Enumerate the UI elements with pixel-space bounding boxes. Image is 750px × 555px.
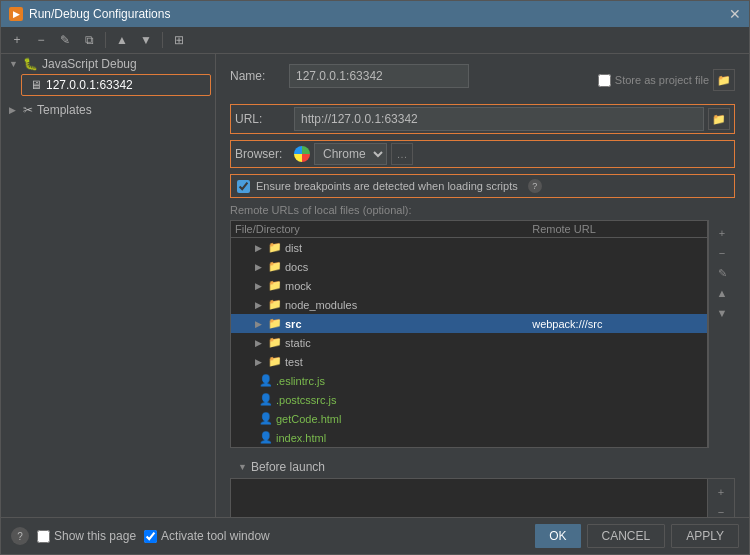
row-url: [528, 238, 707, 258]
sort-button[interactable]: ⊞: [169, 30, 189, 50]
templates-arrow: ▶: [9, 105, 19, 115]
row-name: .postcssrc.js: [276, 394, 337, 406]
file-table-container: File/Directory Remote URL ▶📁dist ▶📁docs: [230, 220, 735, 448]
copy-config-button[interactable]: ⧉: [79, 30, 99, 50]
right-panel: Name: Store as project file 📁 URL: 📁: [216, 54, 749, 517]
table-up-button[interactable]: ▲: [713, 284, 731, 302]
templates-icon: ✂: [23, 103, 33, 117]
edit-config-button[interactable]: ✎: [55, 30, 75, 50]
row-name: src: [285, 318, 302, 330]
table-row[interactable]: 👤getCode.html: [231, 409, 707, 428]
title-bar-left: ▶ Run/Debug Configurations: [9, 7, 170, 21]
name-row: Name:: [230, 64, 598, 88]
folder-icon: 📁: [268, 279, 282, 292]
table-row[interactable]: ▶📁node_modules: [231, 295, 707, 314]
file-table-wrapper: File/Directory Remote URL ▶📁dist ▶📁docs: [230, 220, 708, 448]
url-label: URL:: [235, 112, 290, 126]
breakpoints-label: Ensure breakpoints are detected when loa…: [256, 180, 518, 192]
close-button[interactable]: ✕: [729, 6, 741, 22]
file-icon: 👤: [259, 374, 273, 387]
col-url-header: Remote URL: [528, 221, 707, 238]
table-row-src[interactable]: ▶📁src webpack:///src: [231, 314, 707, 333]
folder-icon: 📁: [268, 355, 282, 368]
activate-row: Activate tool window: [144, 529, 270, 543]
table-row[interactable]: 👤.eslintrc.js: [231, 371, 707, 390]
config-item-127[interactable]: 🖥 127.0.0.1:63342: [21, 74, 211, 96]
before-launch-remove-button[interactable]: −: [712, 503, 730, 517]
main-content: ▼ 🐛 JavaScript Debug 🖥 127.0.0.1:63342 ▶…: [1, 54, 749, 517]
before-launch-empty-text: There are no tasks to run before launch: [231, 479, 707, 517]
cancel-button[interactable]: CANCEL: [587, 524, 666, 548]
ok-button[interactable]: OK: [535, 524, 580, 548]
browser-more-button[interactable]: …: [391, 143, 413, 165]
activate-checkbox[interactable]: [144, 530, 157, 543]
move-up-button[interactable]: ▲: [112, 30, 132, 50]
table-edit-button[interactable]: ✎: [713, 264, 731, 282]
table-row[interactable]: ▶📁docs: [231, 257, 707, 276]
breakpoints-checkbox[interactable]: [237, 180, 250, 193]
left-panel: ▼ 🐛 JavaScript Debug 🖥 127.0.0.1:63342 ▶…: [1, 54, 216, 517]
row-url: [528, 428, 707, 447]
row-url: [528, 390, 707, 409]
before-launch-section: ▼ Before launch There are no tasks to ru…: [230, 456, 735, 517]
help-button[interactable]: ?: [11, 527, 29, 545]
file-icon: 👤: [259, 393, 273, 406]
bottom-bar: ? Show this page Activate tool window OK…: [1, 517, 749, 554]
before-launch-add-button[interactable]: +: [712, 483, 730, 501]
before-launch-side-buttons: + − ✎ ▲ ▼: [707, 479, 734, 517]
section-label: JavaScript Debug: [42, 57, 137, 71]
store-folder-button[interactable]: 📁: [713, 69, 735, 91]
table-add-button[interactable]: +: [713, 224, 731, 242]
url-input[interactable]: [294, 107, 704, 131]
row-arrow: ▶: [255, 243, 265, 253]
row-url: [528, 295, 707, 314]
row-name: static: [285, 337, 311, 349]
before-launch-label: Before launch: [251, 460, 325, 474]
table-row[interactable]: 👤index.html: [231, 428, 707, 447]
section-js-debug[interactable]: ▼ 🐛 JavaScript Debug: [1, 54, 215, 74]
config-icon: 🖥: [30, 78, 42, 92]
table-row[interactable]: 👤.postcssrc.js: [231, 390, 707, 409]
browser-label: Browser:: [235, 147, 290, 161]
apply-button[interactable]: APPLY: [671, 524, 739, 548]
name-input[interactable]: [289, 64, 469, 88]
table-row[interactable]: ▶📁test: [231, 352, 707, 371]
remove-config-button[interactable]: −: [31, 30, 51, 50]
row-url: webpack:///src: [528, 314, 707, 333]
folder-icon: 📁: [268, 298, 282, 311]
run-debug-dialog: ▶ Run/Debug Configurations ✕ + − ✎ ⧉ ▲ ▼…: [0, 0, 750, 555]
folder-icon: 📁: [268, 336, 282, 349]
row-arrow: ▶: [255, 357, 265, 367]
show-page-row: Show this page: [37, 529, 136, 543]
row-name: getCode.html: [276, 413, 341, 425]
table-row[interactable]: ▶📁static: [231, 333, 707, 352]
browser-select[interactable]: Chrome Firefox Safari Edge: [314, 143, 387, 165]
remote-urls-label: Remote URLs of local files (optional):: [230, 204, 735, 216]
section-templates[interactable]: ▶ ✂ Templates: [1, 100, 215, 120]
file-table: File/Directory Remote URL ▶📁dist ▶📁docs: [231, 221, 707, 447]
table-down-button[interactable]: ▼: [713, 304, 731, 322]
file-icon: 👤: [259, 412, 273, 425]
row-url: [528, 409, 707, 428]
url-folder-button[interactable]: 📁: [708, 108, 730, 130]
table-side-buttons: + − ✎ ▲ ▼: [708, 220, 735, 448]
row-arrow: ▶: [255, 281, 265, 291]
table-row[interactable]: ▶📁dist: [231, 238, 707, 258]
row-name: test: [285, 356, 303, 368]
table-row[interactable]: ▶📁mock: [231, 276, 707, 295]
table-remove-button[interactable]: −: [713, 244, 731, 262]
add-config-button[interactable]: +: [7, 30, 27, 50]
breakpoints-help-icon[interactable]: ?: [528, 179, 542, 193]
row-arrow: ▶: [255, 300, 265, 310]
row-arrow: ▶: [255, 262, 265, 272]
section-icon: 🐛: [23, 57, 38, 71]
before-launch-arrow: ▼: [238, 462, 247, 472]
store-project-checkbox[interactable]: [598, 74, 611, 87]
folder-icon: 📁: [268, 241, 282, 254]
row-url: [528, 257, 707, 276]
url-row: URL: 📁: [230, 104, 735, 134]
row-name: index.html: [276, 432, 326, 444]
move-down-button[interactable]: ▼: [136, 30, 156, 50]
dialog-icon: ▶: [9, 7, 23, 21]
show-page-checkbox[interactable]: [37, 530, 50, 543]
